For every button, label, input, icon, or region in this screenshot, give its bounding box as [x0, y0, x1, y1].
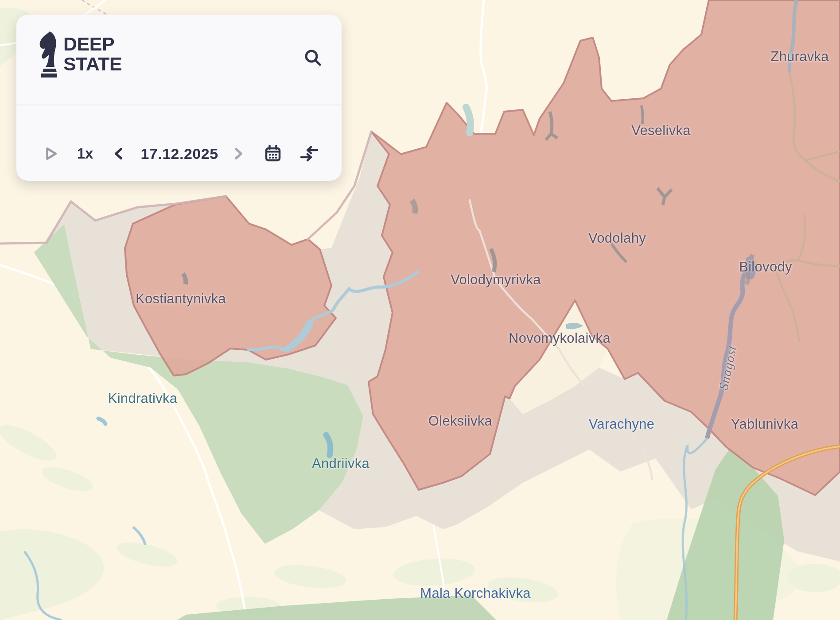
speed-value: 1x — [77, 145, 93, 162]
compare-button[interactable] — [299, 127, 319, 181]
chevron-left-icon — [110, 145, 127, 162]
chevron-right-icon — [230, 145, 247, 162]
previous-day-button[interactable] — [109, 127, 128, 181]
play-icon — [42, 145, 59, 162]
brand-name: DEEP STATE — [63, 34, 122, 74]
next-day-button[interactable] — [229, 127, 248, 181]
date-value: 17.12.2025 — [140, 145, 218, 163]
play-button[interactable] — [41, 127, 60, 181]
speed-button[interactable]: 1x — [73, 127, 97, 181]
control-panel: DEEP STATE 1x 17.12.2025 — [16, 15, 342, 181]
search-button[interactable] — [303, 48, 323, 68]
panel-divider — [16, 105, 342, 105]
date-display[interactable]: 17.12.2025 — [135, 127, 224, 181]
converging-arrows-icon — [299, 144, 319, 163]
calendar-button[interactable] — [263, 127, 283, 181]
calendar-icon — [264, 144, 282, 163]
deepstate-map-app: ZhuravkaVeselivkaVodolahyBilovodyKostian… — [0, 0, 840, 620]
brand-logo: DEEP STATE — [38, 31, 122, 78]
search-icon — [303, 48, 323, 68]
knight-icon — [38, 31, 57, 78]
